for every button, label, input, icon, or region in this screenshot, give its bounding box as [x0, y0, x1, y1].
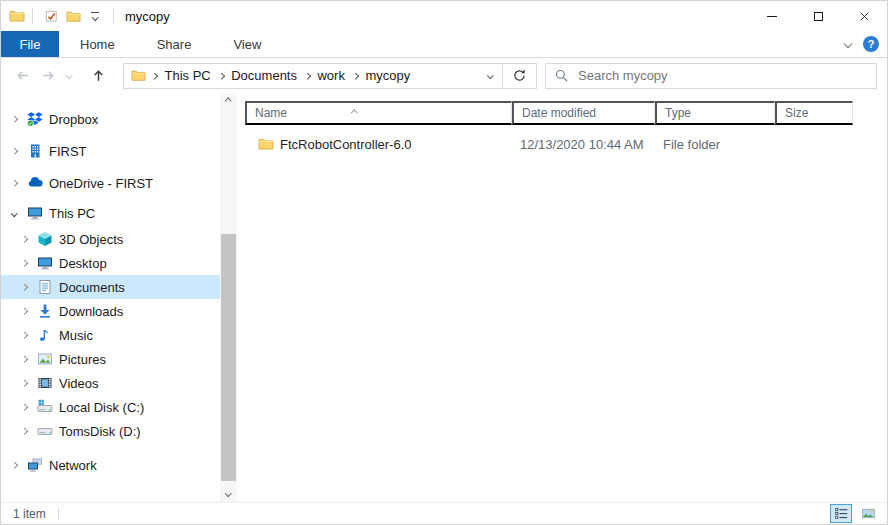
sidebar-item-downloads[interactable]: Downloads — [1, 299, 220, 323]
back-arrow-icon — [14, 67, 31, 84]
expand-chevron-icon[interactable] — [9, 181, 19, 186]
breadcrumb-work[interactable]: work — [315, 68, 346, 83]
qat-properties-button[interactable] — [40, 5, 62, 27]
collapse-chevron-icon[interactable] — [9, 211, 19, 216]
column-header-name[interactable]: Name — [245, 101, 512, 125]
scrollbar-thumb[interactable] — [221, 234, 236, 481]
file-row-ftcrobotcontroller[interactable]: FtcRobotController-6.0 12/13/2020 10:44 … — [245, 133, 888, 155]
address-history-dropdown[interactable] — [484, 71, 497, 80]
sidebar-item-first[interactable]: FIRST — [1, 135, 220, 167]
forward-button[interactable] — [35, 63, 61, 89]
tab-view[interactable]: View — [212, 31, 282, 57]
large-icons-view-button[interactable] — [857, 504, 879, 523]
view-toggles — [830, 504, 879, 523]
scroll-up-button[interactable] — [220, 93, 237, 110]
status-bar: 1 item — [1, 502, 887, 524]
file-name: FtcRobotController-6.0 — [280, 137, 412, 152]
download-arrow-icon — [37, 303, 53, 319]
expand-chevron-icon[interactable] — [19, 429, 29, 434]
close-button[interactable] — [841, 1, 887, 31]
expand-chevron-icon[interactable] — [9, 149, 19, 154]
sidebar-scrollbar[interactable] — [220, 93, 237, 502]
breadcrumb-separator-icon — [352, 73, 358, 79]
folder-icon — [131, 68, 146, 83]
sidebar-item-this-pc[interactable]: This PC — [1, 199, 220, 227]
statusbar-separator — [58, 507, 59, 520]
dropbox-icon — [27, 111, 43, 127]
checkmark-icon — [44, 9, 59, 24]
sidebar-item-network[interactable]: Network — [1, 451, 220, 479]
sidebar-item-documents[interactable]: Documents — [1, 275, 220, 299]
column-header-type[interactable]: Type — [655, 101, 775, 125]
sidebar-item-tomsdisk-d[interactable]: TomsDisk (D:) — [1, 419, 220, 443]
collapse-ribbon-button[interactable] — [843, 39, 853, 49]
3d-cube-icon — [37, 231, 53, 247]
titlebar-separator — [32, 8, 33, 24]
sidebar-item-music[interactable]: Music — [1, 323, 220, 347]
chevron-down-icon — [66, 72, 72, 78]
minimize-icon — [767, 16, 777, 17]
sidebar-item-dropbox[interactable]: Dropbox — [1, 103, 220, 135]
qat-customize-dropdown[interactable] — [84, 5, 106, 27]
chevron-up-icon — [225, 98, 231, 104]
sidebar-item-desktop[interactable]: Desktop — [1, 251, 220, 275]
maximize-icon — [814, 12, 823, 21]
expand-chevron-icon[interactable] — [19, 285, 29, 290]
scroll-down-button[interactable] — [220, 485, 237, 502]
up-button[interactable] — [85, 63, 111, 89]
sidebar-item-3d-objects[interactable]: 3D Objects — [1, 227, 220, 251]
breadcrumb-separator-icon — [151, 73, 157, 79]
details-view-icon — [834, 506, 849, 521]
tab-home[interactable]: Home — [59, 31, 136, 57]
expand-chevron-icon[interactable] — [19, 357, 29, 362]
expand-chevron-icon[interactable] — [19, 333, 29, 338]
breadcrumb-separator-icon — [304, 73, 310, 79]
thumbnails-view-icon — [861, 506, 876, 521]
expand-chevron-icon[interactable] — [19, 237, 29, 242]
building-icon — [27, 143, 43, 159]
tab-share[interactable]: Share — [136, 31, 213, 57]
music-note-icon — [37, 327, 53, 343]
app-folder-icon — [9, 8, 25, 24]
search-input[interactable] — [578, 68, 868, 83]
minimize-button[interactable] — [749, 1, 795, 31]
toolbar-dropdown-icon — [91, 12, 99, 20]
maximize-button[interactable] — [795, 1, 841, 31]
sidebar-item-onedrive-first[interactable]: OneDrive - FIRST — [1, 167, 220, 199]
chevron-down-icon — [487, 72, 493, 78]
breadcrumb-separator-icon — [218, 73, 224, 79]
search-icon — [554, 68, 569, 83]
expand-chevron-icon[interactable] — [19, 405, 29, 410]
address-bar[interactable]: This PC Documents work mycopy — [123, 63, 503, 89]
expand-chevron-icon[interactable] — [19, 381, 29, 386]
breadcrumb-mycopy[interactable]: mycopy — [363, 68, 412, 83]
tab-file[interactable]: File — [1, 31, 59, 57]
back-button[interactable] — [9, 63, 35, 89]
qat-new-folder-button[interactable] — [62, 5, 84, 27]
sidebar-item-videos[interactable]: Videos — [1, 371, 220, 395]
forward-arrow-icon — [40, 67, 57, 84]
file-date-modified: 12/13/2020 10:44 AM — [512, 133, 655, 155]
expand-chevron-icon[interactable] — [9, 463, 19, 468]
details-view-button[interactable] — [830, 504, 852, 523]
refresh-button[interactable] — [503, 63, 537, 89]
expand-chevron-icon[interactable] — [19, 261, 29, 266]
network-icon — [27, 457, 43, 473]
document-icon — [37, 279, 53, 295]
column-header-date-modified[interactable]: Date modified — [512, 101, 655, 125]
desktop-monitor-icon — [37, 255, 53, 271]
film-icon — [37, 375, 53, 391]
expand-chevron-icon[interactable] — [19, 309, 29, 314]
sidebar-item-local-disk-c[interactable]: Local Disk (C:) — [1, 395, 220, 419]
help-button[interactable]: ? — [863, 36, 879, 52]
recent-locations-button[interactable] — [61, 63, 77, 89]
column-header-size[interactable]: Size — [775, 101, 853, 125]
breadcrumb-this-pc[interactable]: This PC — [163, 68, 213, 83]
onedrive-cloud-icon — [27, 175, 43, 191]
close-icon — [858, 10, 871, 23]
title-bar: mycopy — [1, 1, 887, 31]
file-size — [775, 133, 853, 155]
expand-chevron-icon[interactable] — [9, 117, 19, 122]
sidebar-item-pictures[interactable]: Pictures — [1, 347, 220, 371]
breadcrumb-documents[interactable]: Documents — [229, 68, 299, 83]
